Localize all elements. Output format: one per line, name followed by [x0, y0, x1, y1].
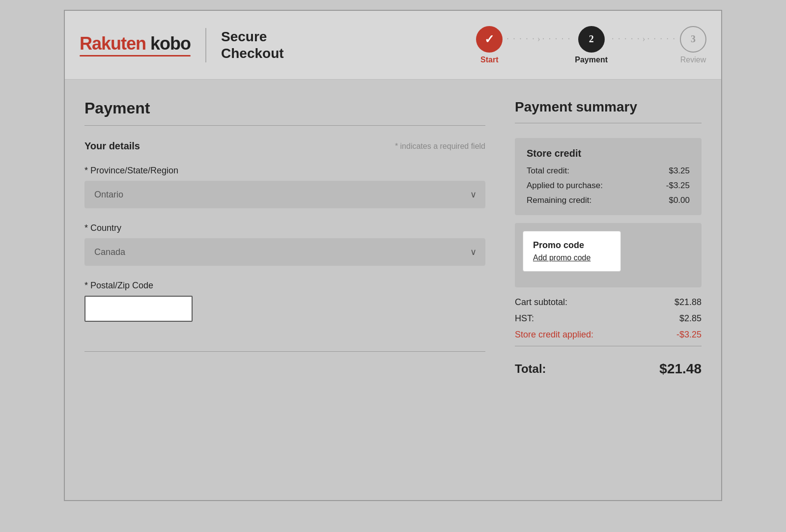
required-note: * indicates a required field	[395, 142, 485, 151]
header-divider	[205, 28, 206, 62]
province-select-wrapper[interactable]: Ontario Alberta British Columbia Manitob…	[84, 181, 485, 208]
logo: Rakuten kobo	[80, 33, 191, 56]
country-select[interactable]: Canada United States United Kingdom Aust…	[84, 238, 485, 266]
province-select[interactable]: Ontario Alberta British Columbia Manitob…	[84, 181, 485, 208]
header: Rakuten kobo Secure Checkout ✓ Start · ·…	[65, 11, 721, 80]
step-payment-circle: 2	[578, 26, 605, 53]
step-payment-label: Payment	[575, 56, 608, 64]
credit-total-value: $3.25	[669, 166, 690, 176]
promo-box: Promo code Add promo code	[523, 231, 621, 272]
step-review: 3 Review	[680, 26, 706, 64]
store-credit-box: Store credit Total credit: $3.25 Applied…	[515, 138, 702, 215]
total-value: $21.48	[659, 361, 702, 377]
step-review-circle: 3	[680, 26, 706, 53]
subtotal-value: $21.88	[674, 297, 702, 308]
step-start: ✓ Start	[476, 26, 503, 64]
step-review-label: Review	[680, 56, 706, 64]
step-payment: 2 Payment	[575, 26, 608, 64]
checkmark-icon: ✓	[484, 32, 494, 46]
country-label: * Country	[84, 223, 485, 233]
main-content: Payment Your details * indicates a requi…	[65, 80, 721, 396]
province-field-group: * Province/State/Region Ontario Alberta …	[84, 166, 485, 208]
step-start-circle: ✓	[476, 26, 503, 53]
payment-title: Payment	[84, 99, 485, 117]
promo-wrapper: Promo code Add promo code	[515, 223, 702, 287]
checkout-frame: Rakuten kobo Secure Checkout ✓ Start · ·…	[64, 10, 722, 501]
left-panel: Payment Your details * indicates a requi…	[84, 99, 515, 377]
step-payment-number: 2	[589, 33, 594, 45]
store-credit-applied-label: Store credit applied:	[515, 330, 593, 340]
store-credit-title: Store credit	[527, 148, 690, 159]
total-divider	[515, 346, 702, 346]
payment-divider	[84, 125, 485, 126]
store-credit-applied-value: -$3.25	[676, 330, 702, 340]
summary-row-credit-applied: Store credit applied: -$3.25	[515, 330, 702, 340]
hst-label: HST:	[515, 313, 534, 324]
credit-total-label: Total credit:	[527, 166, 569, 176]
connector-1: · · · · · › · · · · ·	[506, 34, 571, 56]
promo-title: Promo code	[533, 240, 611, 251]
credit-row-applied: Applied to purchase: -$3.25	[527, 181, 690, 191]
postal-input-wrapper	[84, 296, 485, 322]
province-label: * Province/State/Region	[84, 166, 485, 176]
connector-2: · · · · · › · · · · ·	[612, 34, 676, 56]
summary-divider	[515, 123, 702, 123]
your-details-label: Your details	[84, 140, 140, 152]
summary-row-subtotal: Cart subtotal: $21.88	[515, 297, 702, 308]
add-promo-link[interactable]: Add promo code	[533, 253, 590, 262]
logo-text: Rakuten kobo	[80, 33, 191, 54]
credit-row-total: Total credit: $3.25	[527, 166, 690, 176]
credit-applied-label: Applied to purchase:	[527, 181, 603, 191]
logo-underline	[80, 55, 191, 56]
logo-area: Rakuten kobo	[80, 33, 191, 56]
country-select-wrapper[interactable]: Canada United States United Kingdom Aust…	[84, 238, 485, 266]
secure-checkout-title: Secure Checkout	[221, 28, 284, 61]
your-details-row: Your details * indicates a required fiel…	[84, 140, 485, 152]
total-label: Total:	[515, 362, 546, 376]
steps-area: ✓ Start · · · · · › · · · · · 2 Payment …	[476, 26, 706, 64]
step-start-label: Start	[480, 56, 498, 64]
total-row: Total: $21.48	[515, 361, 702, 377]
summary-title: Payment summary	[515, 99, 702, 115]
subtotal-label: Cart subtotal:	[515, 297, 567, 308]
hst-value: $2.85	[679, 313, 702, 324]
right-panel: Payment summary Store credit Total credi…	[515, 99, 702, 377]
postal-input[interactable]	[84, 296, 193, 322]
postal-field-group: * Postal/Zip Code	[84, 280, 485, 322]
credit-applied-value: -$3.25	[666, 181, 690, 191]
bottom-divider	[84, 351, 485, 352]
credit-row-remaining: Remaining credit: $0.00	[527, 196, 690, 205]
country-field-group: * Country Canada United States United Ki…	[84, 223, 485, 266]
summary-row-hst: HST: $2.85	[515, 313, 702, 324]
credit-remaining-label: Remaining credit:	[527, 196, 591, 205]
credit-remaining-value: $0.00	[669, 196, 690, 205]
step-review-number: 3	[691, 33, 696, 45]
postal-label: * Postal/Zip Code	[84, 280, 485, 291]
